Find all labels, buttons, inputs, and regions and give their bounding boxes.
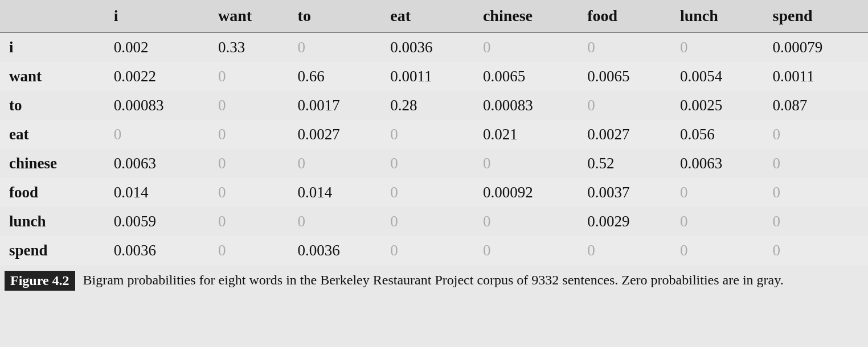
table-row: i0.0020.3300.00360000.00079 xyxy=(0,32,868,62)
table-cell: 0.66 xyxy=(289,62,382,91)
table-row: food0.01400.01400.000920.003700 xyxy=(0,178,868,207)
table-cell: 0.0036 xyxy=(381,32,474,62)
row-label-to: to xyxy=(0,91,105,120)
caption-text: Bigram probabilities for eight words in … xyxy=(83,271,784,290)
table-row: lunch0.005900000.002900 xyxy=(0,207,868,236)
table-cell: 0.0022 xyxy=(105,62,209,91)
table-cell: 0 xyxy=(578,91,671,120)
table-cell: 0.0017 xyxy=(289,91,382,120)
table-cell: 0 xyxy=(474,149,578,178)
table-cell: 0 xyxy=(764,178,868,207)
header-eat: eat xyxy=(381,0,474,32)
table-cell: 0 xyxy=(764,149,868,178)
table-cell: 0 xyxy=(209,178,289,207)
table-cell: 0 xyxy=(209,120,289,149)
table-cell: 0 xyxy=(289,32,382,62)
table-header-row: iwanttoeatchinesefoodlunchspend xyxy=(0,0,868,32)
table-cell: 0.014 xyxy=(105,178,209,207)
header-chinese: chinese xyxy=(474,0,578,32)
table-cell: 0.52 xyxy=(578,149,671,178)
table-cell: 0 xyxy=(381,149,474,178)
table-cell: 0.021 xyxy=(474,120,578,149)
table-cell: 0.0063 xyxy=(105,149,209,178)
table-cell: 0.0059 xyxy=(105,207,209,236)
row-label-spend: spend xyxy=(0,236,105,265)
table-cell: 0 xyxy=(578,236,671,265)
table-cell: 0 xyxy=(474,32,578,62)
page-container: iwanttoeatchinesefoodlunchspend i0.0020.… xyxy=(0,0,868,295)
table-cell: 0 xyxy=(671,178,764,207)
table-cell: 0.0063 xyxy=(671,149,764,178)
table-cell: 0 xyxy=(474,236,578,265)
table-cell: 0.0065 xyxy=(474,62,578,91)
table-cell: 0 xyxy=(209,62,289,91)
table-cell: 0.33 xyxy=(209,32,289,62)
table-cell: 0 xyxy=(105,120,209,149)
table-cell: 0.0011 xyxy=(381,62,474,91)
table-cell: 0.0054 xyxy=(671,62,764,91)
row-label-lunch: lunch xyxy=(0,207,105,236)
table-cell: 0.0027 xyxy=(289,120,382,149)
table-cell: 0.28 xyxy=(381,91,474,120)
row-label-food: food xyxy=(0,178,105,207)
row-label-i: i xyxy=(0,32,105,62)
table-cell: 0 xyxy=(381,207,474,236)
table-cell: 0.0065 xyxy=(578,62,671,91)
table-cell: 0 xyxy=(671,236,764,265)
table-cell: 0 xyxy=(764,236,868,265)
header-want: want xyxy=(209,0,289,32)
table-cell: 0 xyxy=(209,149,289,178)
table-cell: 0.056 xyxy=(671,120,764,149)
table-cell: 0.0027 xyxy=(578,120,671,149)
header-spend: spend xyxy=(764,0,868,32)
table-cell: 0.0037 xyxy=(578,178,671,207)
header-to: to xyxy=(289,0,382,32)
table-cell: 0.00092 xyxy=(474,178,578,207)
table-cell: 0 xyxy=(209,91,289,120)
table-cell: 0 xyxy=(209,207,289,236)
row-label-eat: eat xyxy=(0,120,105,149)
bigram-table: iwanttoeatchinesefoodlunchspend i0.0020.… xyxy=(0,0,868,265)
table-cell: 0 xyxy=(764,120,868,149)
table-cell: 0.00079 xyxy=(764,32,868,62)
table-cell: 0 xyxy=(289,207,382,236)
figure-caption: Figure 4.2 Bigram probabilities for eigh… xyxy=(0,265,868,295)
table-cell: 0 xyxy=(671,32,764,62)
header-empty xyxy=(0,0,105,32)
table-body: i0.0020.3300.00360000.00079want0.002200.… xyxy=(0,32,868,265)
table-row: want0.002200.660.00110.00650.00650.00540… xyxy=(0,62,868,91)
table-cell: 0 xyxy=(381,120,474,149)
table-row: eat000.002700.0210.00270.0560 xyxy=(0,120,868,149)
table-cell: 0 xyxy=(289,149,382,178)
table-cell: 0.0011 xyxy=(764,62,868,91)
figure-label: Figure 4.2 xyxy=(5,271,75,291)
table-cell: 0.00083 xyxy=(105,91,209,120)
table-cell: 0.0036 xyxy=(105,236,209,265)
table-cell: 0.0029 xyxy=(578,207,671,236)
row-label-want: want xyxy=(0,62,105,91)
table-cell: 0 xyxy=(381,236,474,265)
table-cell: 0.087 xyxy=(764,91,868,120)
header-food: food xyxy=(578,0,671,32)
table-cell: 0.002 xyxy=(105,32,209,62)
table-cell: 0 xyxy=(578,32,671,62)
table-cell: 0.00083 xyxy=(474,91,578,120)
table-cell: 0 xyxy=(764,207,868,236)
header-lunch: lunch xyxy=(671,0,764,32)
table-cell: 0.014 xyxy=(289,178,382,207)
table-row: spend0.003600.003600000 xyxy=(0,236,868,265)
table-row: chinese0.006300000.520.00630 xyxy=(0,149,868,178)
table-cell: 0.0025 xyxy=(671,91,764,120)
table-cell: 0 xyxy=(474,207,578,236)
table-row: to0.0008300.00170.280.0008300.00250.087 xyxy=(0,91,868,120)
header-i: i xyxy=(105,0,209,32)
row-label-chinese: chinese xyxy=(0,149,105,178)
table-cell: 0 xyxy=(671,207,764,236)
table-cell: 0 xyxy=(381,178,474,207)
table-cell: 0.0036 xyxy=(289,236,382,265)
table-cell: 0 xyxy=(209,236,289,265)
